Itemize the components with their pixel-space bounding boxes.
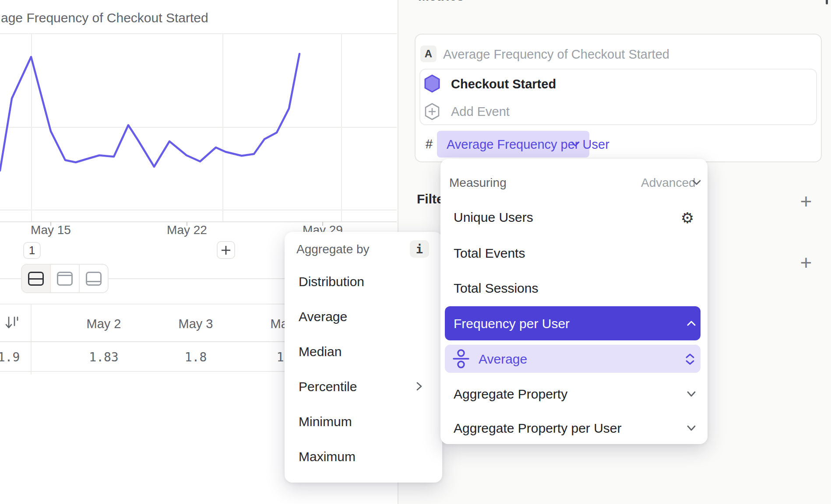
chevron-right-icon [412,380,426,395]
table-cell: 1.8 [185,350,207,364]
app-root: age Frequency of Checkout Started May 15… [0,0,831,504]
selected-item-label: Frequency per User [454,316,570,331]
event-item-checkout-started[interactable]: Checkout Started [451,77,556,91]
sub-item-label: Average [479,352,527,367]
split-horizontal-icon [28,272,44,286]
unfold-more-icon [684,353,696,368]
x-axis-label: May 22 [167,223,207,237]
metrics-heading: Metrics [418,0,464,4]
hash-symbol: # [426,137,433,151]
layout-toggle-group [21,264,109,293]
add-filter-button[interactable]: + [796,191,816,211]
chevron-down-icon [686,389,697,401]
menu-item-minimum[interactable]: Minimum [299,414,352,429]
menu-item-unique-users[interactable]: Unique Users [454,210,533,225]
frequency-line-chart [0,0,398,238]
menu-item-total-events[interactable]: Total Events [454,246,525,261]
panel-top-icon [57,272,73,286]
table-column-separator [31,304,32,374]
info-button[interactable]: i [410,240,429,258]
add-section-button[interactable]: + [796,252,816,273]
chevron-down-icon [569,140,581,150]
chevron-up-icon [685,318,698,330]
layout-toggle-split-horizontal[interactable] [22,265,50,292]
table-header[interactable]: May 3 [179,317,213,331]
menu-item-maximum[interactable]: Maximum [299,449,356,464]
menu-item-average[interactable]: Average [299,309,347,324]
add-event-button[interactable]: Add Event [451,105,510,119]
menu-item-median[interactable]: Median [299,344,342,359]
chevron-down-icon [686,424,697,435]
panel-bottom-icon [86,272,102,286]
divide-icon [452,348,470,371]
layout-toggle-panel-bottom[interactable] [79,265,108,292]
plus-icon [220,245,232,256]
metric-badge: A [420,46,437,62]
gear-icon[interactable]: ⚙ [679,209,696,227]
measurement-chip-label: Average Frequency per User [447,137,609,152]
add-event-hexagon-icon [424,102,440,122]
measuring-header: Measuring [449,176,507,190]
add-button[interactable] [217,241,235,259]
table-header[interactable]: May 2 [87,317,121,331]
event-hexagon-icon [424,74,440,94]
partial-plus-icon [826,0,828,4]
chevron-down-icon [691,178,702,189]
menu-item-distribution[interactable]: Distribution [299,274,364,289]
x-axis-label: May 15 [31,223,71,237]
layout-toggle-header-top[interactable] [50,265,79,292]
table-cell: 1.9 [0,350,20,364]
sort-button[interactable] [4,314,21,332]
series-page-button[interactable]: 1 [23,242,41,259]
aggregate-by-header: Aggregate by [296,242,370,256]
sort-descending-icon [4,314,21,332]
advanced-dropdown[interactable]: Advanced [641,176,696,190]
menu-item-aggregate-property[interactable]: Aggregate Property [454,387,567,402]
menu-item-percentile[interactable]: Percentile [299,379,357,394]
menu-item-total-sessions[interactable]: Total Sessions [454,281,538,296]
menu-item-aggregate-property-per-user[interactable]: Aggregate Property per User [454,421,622,436]
table-cell: 1.83 [89,350,118,364]
metric-name-field[interactable]: Average Frequency of Checkout Started [443,47,669,62]
